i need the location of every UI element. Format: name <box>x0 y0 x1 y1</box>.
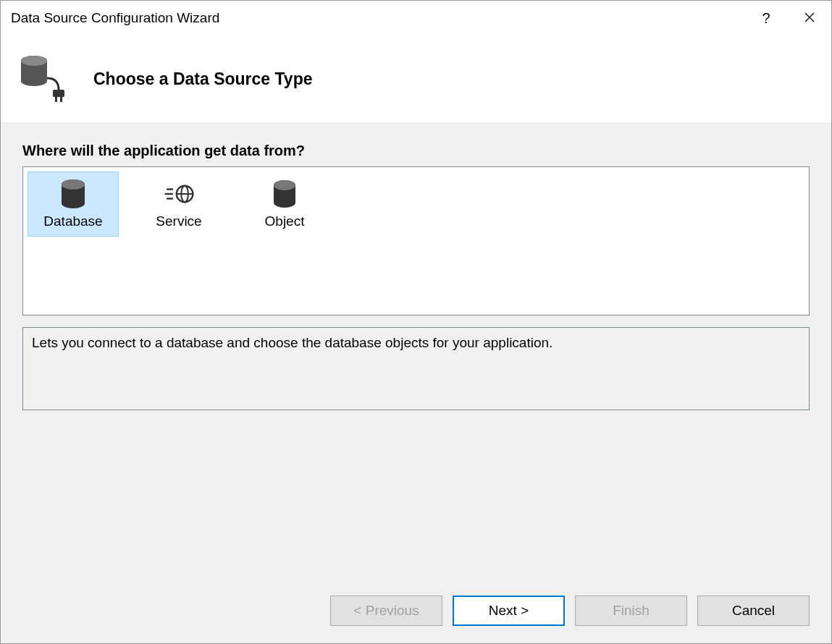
close-icon <box>804 11 815 26</box>
object-cylinder-icon <box>269 179 300 209</box>
window-title: Data Source Configuration Wizard <box>11 10 744 26</box>
source-option-object[interactable]: Object <box>239 171 330 237</box>
svg-rect-2 <box>53 90 64 97</box>
svg-rect-4 <box>60 97 62 102</box>
content-area: Where will the application get data from… <box>1 122 831 644</box>
source-option-service[interactable]: Service <box>133 171 224 237</box>
finish-button: Finish <box>575 596 687 626</box>
service-globe-icon <box>164 179 194 209</box>
help-icon: ? <box>762 10 770 27</box>
description-text: Lets you connect to a database and choos… <box>32 335 552 350</box>
svg-point-6 <box>62 179 85 190</box>
svg-point-1 <box>21 56 47 66</box>
title-bar: Data Source Configuration Wizard ? <box>1 1 831 35</box>
help-button[interactable]: ? <box>744 1 788 35</box>
page-title: Choose a Data Source Type <box>93 69 313 89</box>
svg-rect-3 <box>55 97 57 102</box>
database-plug-icon <box>15 51 72 107</box>
data-source-list: Database Service <box>22 166 810 315</box>
cancel-button[interactable]: Cancel <box>697 596 810 626</box>
previous-button: < Previous <box>330 596 442 626</box>
next-button[interactable]: Next > <box>453 596 565 626</box>
wizard-header: Choose a Data Source Type <box>1 35 831 122</box>
source-label: Database <box>43 213 102 229</box>
source-label: Object <box>265 213 305 229</box>
source-label: Service <box>156 213 201 229</box>
close-button[interactable] <box>788 1 831 35</box>
database-icon <box>58 179 88 209</box>
description-box: Lets you connect to a database and choos… <box>22 327 810 410</box>
svg-point-14 <box>274 180 295 190</box>
source-option-database[interactable]: Database <box>28 171 119 237</box>
question-label: Where will the application get data from… <box>22 143 810 159</box>
wizard-button-row: < Previous Next > Finish Cancel <box>22 596 810 630</box>
